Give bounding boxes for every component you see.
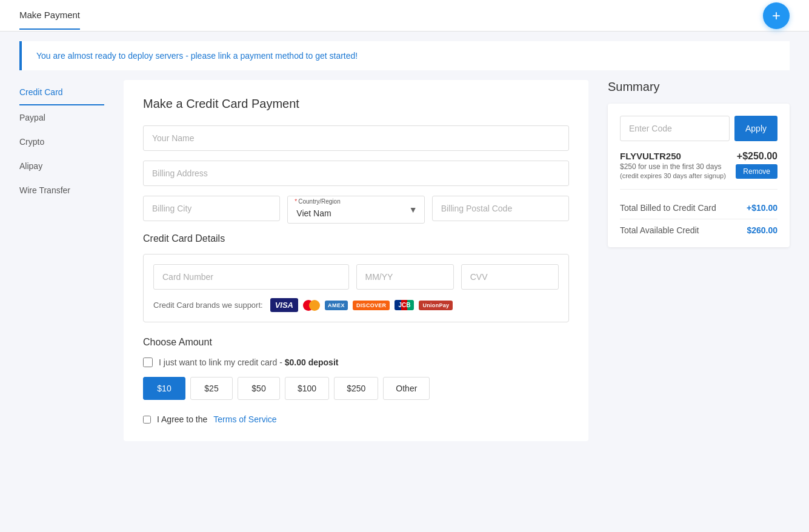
sidebar-item-credit-card[interactable]: Credit Card	[19, 80, 104, 105]
card-exp-group	[356, 264, 454, 290]
card-details-section: Credit Card Details Credit Card brands w…	[143, 233, 569, 322]
sidebar-item-crypto[interactable]: Crypto	[19, 130, 104, 154]
promo-code-row: FLYVULTR250 $250 for use in the first 30…	[620, 151, 777, 190]
unionpay-icon: UnionPay	[419, 301, 453, 310]
billing-postal-group	[432, 196, 569, 224]
total-billed-label: Total Billed to Credit Card	[620, 203, 716, 213]
card-details-box: Credit Card brands we support: VISA AMEX…	[143, 254, 569, 322]
billing-city-group	[143, 196, 280, 224]
billing-city-input[interactable]	[143, 196, 280, 221]
main-layout: Credit Card Paypal Crypto Alipay Wire Tr…	[0, 80, 809, 441]
promo-amount: +$250.00	[737, 151, 777, 162]
card-details-title: Credit Card Details	[143, 233, 569, 244]
card-cvv-input[interactable]	[461, 264, 559, 290]
sidebar: Credit Card Paypal Crypto Alipay Wire Tr…	[19, 80, 104, 441]
jcb-icon: JCB	[395, 300, 414, 310]
summary-panel: Summary Apply FLYVULTR250 $250 for use i…	[608, 80, 790, 441]
alert-banner: You are almost ready to deploy servers -…	[19, 41, 790, 70]
remove-button[interactable]: Remove	[736, 164, 777, 179]
billing-address-group	[143, 161, 569, 186]
your-name-group	[143, 125, 569, 151]
summary-title: Summary	[608, 80, 790, 94]
form-title: Make a Credit Card Payment	[143, 97, 569, 111]
page-title: Make Payment	[19, 10, 80, 30]
your-name-input[interactable]	[143, 125, 569, 151]
link-card-label: I just want to link my credit card - $0.…	[159, 357, 338, 367]
discover-icon: DISCOVER	[353, 301, 390, 310]
link-card-checkbox[interactable]	[143, 357, 153, 367]
total-billed-value: +$10.00	[747, 203, 777, 213]
promo-remove-col: +$250.00 Remove	[736, 151, 777, 179]
card-brands-label: Credit Card brands we support:	[153, 301, 263, 310]
main-content: Make a Credit Card Payment *Country/Regi…	[124, 80, 588, 441]
sidebar-item-wire-transfer[interactable]: Wire Transfer	[19, 178, 104, 202]
amount-250-button[interactable]: $250	[334, 377, 378, 400]
card-cvv-group	[461, 264, 559, 290]
total-credit-value: $260.00	[747, 225, 777, 235]
apply-button[interactable]: Apply	[734, 116, 777, 141]
card-brands: Credit Card brands we support: VISA AMEX…	[153, 298, 559, 312]
country-label: *Country/Region	[295, 198, 341, 205]
choose-amount-section: Choose Amount I just want to link my cre…	[143, 337, 569, 424]
promo-code-info: FLYVULTR250 $250 for use in the first 30…	[620, 151, 726, 179]
link-card-row: I just want to link my credit card - $0.…	[143, 357, 569, 367]
summary-card: Apply FLYVULTR250 $250 for use in the fi…	[608, 104, 790, 247]
promo-code-expires: (credit expires 30 days after signup)	[620, 172, 726, 179]
total-billed-row: Total Billed to Credit Card +$10.00	[620, 197, 777, 219]
amount-other-button[interactable]: Other	[383, 377, 430, 400]
promo-row: Apply	[620, 116, 777, 141]
amount-25-button[interactable]: $25	[190, 377, 233, 400]
amount-10-button[interactable]: $10	[143, 377, 185, 400]
card-number-input[interactable]	[153, 264, 349, 290]
card-number-group	[153, 264, 349, 290]
total-credit-row: Total Available Credit $260.00	[620, 219, 777, 235]
promo-code-desc: $250 for use in the first 30 days	[620, 162, 726, 171]
total-credit-label: Total Available Credit	[620, 225, 699, 235]
terms-prefix: I Agree to the	[157, 414, 207, 424]
fab-button[interactable]: +	[763, 2, 790, 29]
terms-checkbox[interactable]	[143, 416, 151, 424]
promo-input[interactable]	[620, 116, 730, 141]
billing-row: *Country/Region Viet Nam United States U…	[143, 196, 569, 224]
amount-buttons: $10 $25 $50 $100 $250 Other	[143, 377, 569, 400]
billing-address-input[interactable]	[143, 161, 569, 186]
billing-postal-input[interactable]	[432, 196, 569, 221]
alert-message: You are almost ready to deploy servers -…	[36, 51, 358, 61]
visa-icon: VISA	[270, 298, 298, 312]
promo-code-name: FLYVULTR250	[620, 151, 726, 161]
card-exp-input[interactable]	[356, 264, 454, 290]
terms-row: I Agree to the Terms of Service	[143, 414, 569, 424]
mastercard-icon	[303, 300, 320, 311]
terms-link[interactable]: Terms of Service	[213, 414, 276, 424]
sidebar-item-alipay[interactable]: Alipay	[19, 154, 104, 178]
country-region-group: *Country/Region Viet Nam United States U…	[287, 196, 424, 224]
sidebar-item-paypal[interactable]: Paypal	[19, 105, 104, 130]
card-inputs-row	[153, 264, 559, 290]
amount-100-button[interactable]: $100	[285, 377, 329, 400]
amex-icon: AMEX	[325, 301, 348, 310]
top-bar: Make Payment +	[0, 0, 809, 32]
amount-50-button[interactable]: $50	[238, 377, 280, 400]
choose-amount-title: Choose Amount	[143, 337, 569, 348]
